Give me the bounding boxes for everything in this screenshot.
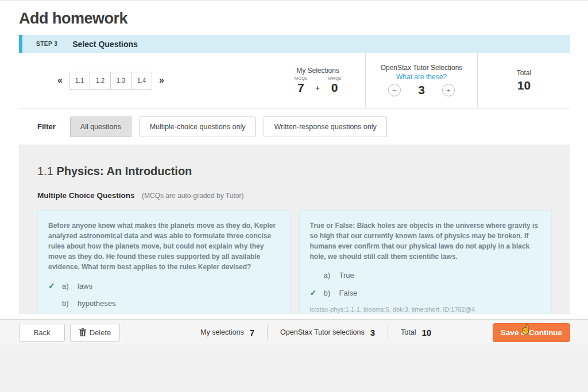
back-button[interactable]: Back xyxy=(19,324,65,341)
filter-row: Filter All questions Multiple-choice que… xyxy=(19,108,570,145)
section-title: Physics: An Introduction xyxy=(56,165,192,177)
total-value: 10 xyxy=(517,79,531,92)
step-banner: STEP 3 Select Questions xyxy=(19,35,570,53)
questions-section: 1.1 Physics: An Introduction Multiple Ch… xyxy=(19,145,570,314)
footer-divider xyxy=(388,325,388,340)
section-tab-1-1[interactable]: 1.1 xyxy=(69,72,90,90)
total-label: Total xyxy=(517,69,531,77)
tutor-selections-summary: OpenStax Tutor Selections What are these… xyxy=(365,53,477,108)
section-pagination: « 1.1 1.2 1.3 1.4 » xyxy=(19,53,270,108)
mcq-heading-line: Multiple Choice Questions (MCQs are auto… xyxy=(37,190,552,200)
plus-sign: + xyxy=(315,84,320,92)
filter-all-questions-button[interactable]: All questions xyxy=(70,117,131,137)
answer-list: ✓ a) laws b) hypotheses c) xyxy=(48,281,280,314)
section-tab-1-4[interactable]: 1.4 xyxy=(131,72,152,90)
check-icon: ✓ xyxy=(310,288,324,297)
answer-letter: b) xyxy=(62,299,78,308)
answer-text: True xyxy=(339,271,354,280)
section-number: 1.1 xyxy=(37,165,53,177)
section-heading: 1.1 Physics: An Introduction xyxy=(37,165,552,178)
answer-letter: a) xyxy=(324,271,339,280)
selections-summary-row: « 1.1 1.2 1.3 1.4 » My Selections MCQs xyxy=(19,53,570,108)
answer-letter: a) xyxy=(62,282,78,290)
question-stem: Before anyone knew what makes the planet… xyxy=(48,220,280,272)
mcq-count: 7 xyxy=(297,81,304,94)
footer-action-bar: Back Delete My selections 7 OpenStax Tut… xyxy=(0,319,588,345)
question-stem: True or False: Black holes are objects i… xyxy=(310,220,541,262)
mcq-heading: Multiple Choice Questions xyxy=(37,191,135,200)
check-icon: ✓ xyxy=(48,281,62,290)
wrq-label: WRQs xyxy=(328,76,342,81)
section-tab-1-3[interactable]: 1.3 xyxy=(110,72,131,90)
answer-option: b) hypotheses xyxy=(48,299,280,308)
main-content-area: Add homework STEP 3 Select Questions « 1… xyxy=(0,0,588,319)
my-selections-title: My Selections xyxy=(296,67,339,75)
tutor-selections-stepper: − 3 + xyxy=(388,83,455,96)
mcq-label: MCQs xyxy=(295,76,308,81)
step-number-label: STEP 3 xyxy=(36,41,57,47)
my-selections-summary: My Selections MCQs 7 + WRQs 0 xyxy=(270,53,365,108)
my-selections-counts: MCQs 7 + WRQs 0 xyxy=(295,76,342,94)
chevron-double-left-icon[interactable]: « xyxy=(51,75,69,86)
footer-divider xyxy=(267,325,268,340)
mcq-note: (MCQs are auto-graded by Tutor) xyxy=(142,192,243,200)
what-are-these-link[interactable]: What are these? xyxy=(396,73,447,81)
answer-list: a) True ✓ b) False xyxy=(310,271,541,297)
answer-text: hypotheses xyxy=(78,299,116,308)
delete-button[interactable]: Delete xyxy=(70,324,120,341)
answer-text: laws xyxy=(78,282,92,290)
section-tabs: 1.1 1.2 1.3 1.4 xyxy=(69,72,152,90)
footer-tutor-selections: OpenStax Tutor selections 3 xyxy=(280,328,375,337)
filter-wrq-only-button[interactable]: Written-response questions only xyxy=(264,117,386,137)
trash-icon xyxy=(79,328,86,336)
question-metadata: lo:stax-phys:1-1-1, blooms:5, dok:3, tim… xyxy=(310,306,541,313)
filter-mcq-only-button[interactable]: Multiple-choice questions only xyxy=(140,117,256,137)
selections-panel: « 1.1 1.2 1.3 1.4 » My Selections MCQs xyxy=(19,53,570,314)
question-cards: Before anyone knew what makes the planet… xyxy=(37,210,552,314)
chevron-double-right-icon[interactable]: » xyxy=(152,75,171,86)
answer-option: ✓ b) False xyxy=(310,288,541,297)
section-tab-1-2[interactable]: 1.2 xyxy=(90,72,111,90)
footer-total: Total 10 xyxy=(401,328,431,337)
save-continue-button[interactable]: Save & Continue xyxy=(493,323,570,342)
add-homework-page: Add homework STEP 3 Select Questions « 1… xyxy=(0,0,588,392)
question-card-2[interactable]: True or False: Black holes are objects i… xyxy=(299,210,552,314)
delete-button-label: Delete xyxy=(90,328,111,337)
wrq-count: 0 xyxy=(331,81,338,94)
tutor-selections-title: OpenStax Tutor Selections xyxy=(381,64,463,72)
filter-label: Filter xyxy=(37,122,56,131)
tutor-selections-count: 3 xyxy=(418,83,425,96)
step-title: Select Questions xyxy=(72,40,138,49)
question-card-1[interactable]: Before anyone knew what makes the planet… xyxy=(37,210,291,314)
answer-option: a) True xyxy=(310,271,541,280)
minus-icon[interactable]: − xyxy=(388,84,401,96)
page-title: Add homework xyxy=(19,10,588,28)
plus-icon[interactable]: + xyxy=(442,84,455,96)
total-summary: Total 10 xyxy=(477,53,570,108)
answer-letter: b) xyxy=(324,289,339,297)
answer-text: False xyxy=(339,289,358,297)
answer-option: ✓ a) laws xyxy=(48,281,280,290)
footer-my-selections: My selections 7 xyxy=(200,328,254,337)
